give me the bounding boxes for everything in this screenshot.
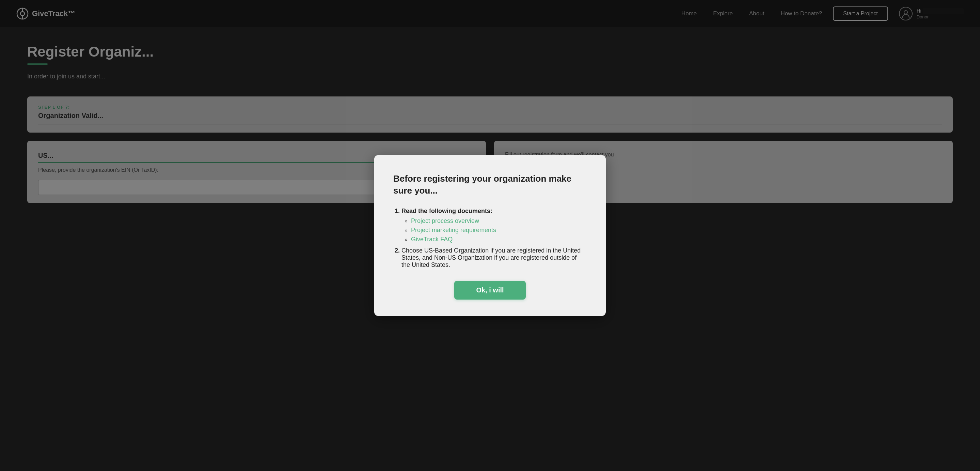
- modal-body: Read the following documents: Project pr…: [393, 208, 587, 268]
- project-marketing-link[interactable]: Project marketing requirements: [411, 227, 496, 233]
- modal-link-item-1: Project process overview: [411, 217, 587, 225]
- givetrack-faq-link[interactable]: GiveTrack FAQ: [411, 236, 453, 243]
- modal-title: Before registering your organization mak…: [393, 173, 587, 196]
- modal-link-item-3: GiveTrack FAQ: [411, 236, 587, 243]
- modal-step2: Choose US-Based Organization if you are …: [401, 247, 587, 268]
- project-process-link[interactable]: Project process overview: [411, 217, 479, 224]
- modal-links-list: Project process overview Project marketi…: [401, 217, 587, 243]
- modal-overlay: Before registering your organization mak…: [0, 0, 980, 471]
- modal-footer: Ok, i will: [393, 281, 587, 300]
- modal-link-item-2: Project marketing requirements: [411, 227, 587, 234]
- modal: Before registering your organization mak…: [374, 155, 606, 316]
- modal-step1: Read the following documents: Project pr…: [401, 208, 587, 243]
- ok-button[interactable]: Ok, i will: [454, 281, 525, 300]
